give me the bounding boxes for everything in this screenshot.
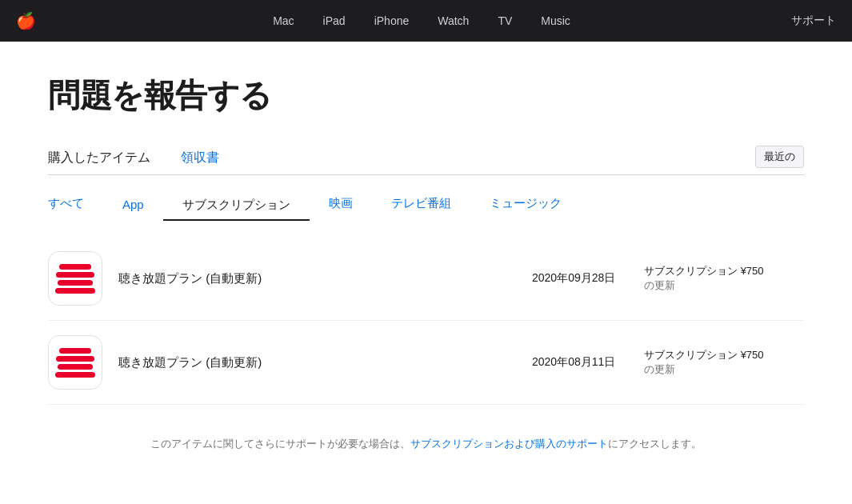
- tab-subscription[interactable]: サブスクリプション: [163, 191, 310, 221]
- awa-logo-icon: [49, 336, 102, 389]
- tab-app[interactable]: App: [103, 191, 163, 221]
- nav-items: Mac iPad iPhone Watch TV Music: [52, 14, 791, 27]
- item-date-1: 2020年08月11日: [532, 355, 628, 370]
- item-name-1: 聴き放題プラン (自動更新): [118, 355, 516, 370]
- tab-purchased-items[interactable]: 購入したアイテム: [48, 142, 165, 174]
- apple-logo-icon[interactable]: 🍎: [16, 11, 36, 30]
- footer-prefix: このアイテムに関してさらにサポートが必要な場合は、: [150, 438, 410, 450]
- item-desc-0: サブスクリプション ¥750 の更新: [644, 264, 804, 293]
- item-type-price-0: サブスクリプション ¥750: [644, 264, 804, 278]
- footer-link[interactable]: サブスクリプションおよび購入のサポート: [410, 438, 608, 450]
- awa-line-4: [55, 372, 95, 378]
- main-content: 問題を報告する 購入したアイテム 領収書 最近の すべて App サブスクリプシ…: [0, 42, 852, 483]
- list-item: 聴き放題プラン (自動更新) 2020年09月28日 サブスクリプション ¥75…: [48, 237, 804, 321]
- awa-line-3: [58, 280, 93, 286]
- nav-item-mac[interactable]: Mac: [258, 14, 308, 27]
- nav-item-watch[interactable]: Watch: [423, 14, 483, 27]
- footer-text: このアイテムに関してさらにサポートが必要な場合は、サブスクリプションおよび購入の…: [48, 437, 804, 451]
- items-list: 聴き放題プラン (自動更新) 2020年09月28日 サブスクリプション ¥75…: [48, 237, 804, 405]
- item-action-1: の更新: [644, 362, 804, 377]
- tab-row-2: すべて App サブスクリプション 映画 テレビ番組 ミュージック: [48, 190, 804, 221]
- awa-logo-icon: [49, 252, 102, 305]
- tab-receipts[interactable]: 領収書: [173, 142, 234, 174]
- nav-support[interactable]: サポート: [791, 14, 836, 28]
- nav-item-music[interactable]: Music: [526, 14, 585, 27]
- tab-all[interactable]: すべて: [48, 190, 103, 221]
- footer-suffix: にアクセスします。: [608, 438, 702, 450]
- awa-line-3: [58, 364, 93, 370]
- awa-line-4: [55, 288, 95, 294]
- awa-line-1: [59, 264, 91, 270]
- item-action-0: の更新: [644, 278, 804, 293]
- awa-line-2: [56, 356, 94, 362]
- nav-item-ipad[interactable]: iPad: [309, 14, 360, 27]
- list-item: 聴き放題プラン (自動更新) 2020年08月11日 サブスクリプション ¥75…: [48, 321, 804, 405]
- awa-line-2: [56, 272, 94, 278]
- tab-row-1: 購入したアイテム 領収書 最近の: [48, 142, 804, 175]
- nav-item-tv[interactable]: TV: [483, 14, 526, 27]
- item-icon-1: [48, 335, 102, 390]
- tab-movie[interactable]: 映画: [310, 190, 372, 221]
- awa-line-1: [59, 348, 91, 354]
- recent-button[interactable]: 最近の: [755, 146, 804, 168]
- item-date-0: 2020年09月28日: [532, 271, 628, 286]
- tab-music[interactable]: ミュージック: [470, 190, 581, 221]
- item-name-0: 聴き放題プラン (自動更新): [118, 271, 516, 286]
- item-desc-1: サブスクリプション ¥750 の更新: [644, 348, 804, 377]
- page-title: 問題を報告する: [48, 74, 804, 118]
- navigation: 🍎 Mac iPad iPhone Watch TV Music サポート: [0, 0, 852, 42]
- nav-item-iphone[interactable]: iPhone: [360, 14, 424, 27]
- tab-tv[interactable]: テレビ番組: [372, 190, 470, 221]
- item-type-price-1: サブスクリプション ¥750: [644, 348, 804, 362]
- item-icon-0: [48, 251, 102, 306]
